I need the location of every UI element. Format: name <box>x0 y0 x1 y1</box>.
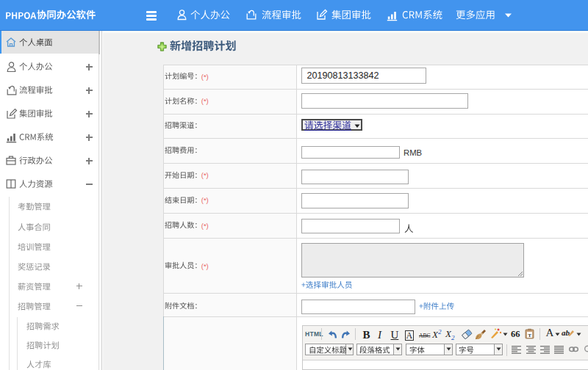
svg-text:T: T <box>528 333 531 338</box>
